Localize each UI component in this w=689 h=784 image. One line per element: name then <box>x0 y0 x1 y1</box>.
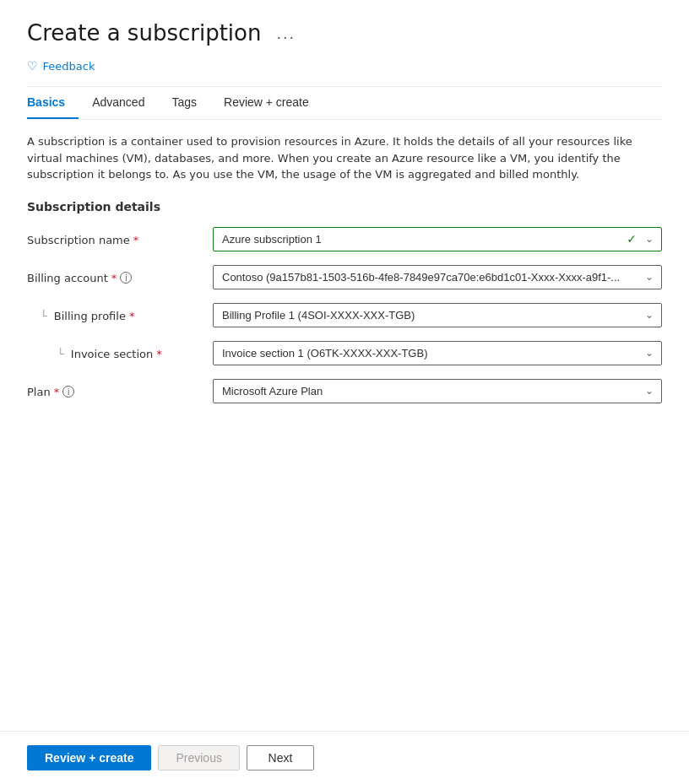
required-star: * <box>156 348 162 360</box>
required-star: * <box>133 234 139 246</box>
section-heading: Subscription details <box>27 200 662 214</box>
subscription-form: Subscription name * Azure subscription 1… <box>27 227 662 403</box>
tab-tags[interactable]: Tags <box>158 87 210 119</box>
billing-account-info-icon[interactable]: i <box>120 272 132 284</box>
ellipsis-button[interactable]: ... <box>271 22 301 45</box>
review-create-button[interactable]: Review + create <box>27 745 151 770</box>
billing-account-label: Billing account * i <box>27 270 213 284</box>
plan-info-icon[interactable]: i <box>62 386 74 397</box>
billing-account-dropdown[interactable]: Contoso (9a157b81-1503-516b-4fe8-7849e97… <box>213 265 662 289</box>
plan-control: Microsoft Azure Plan ⌄ <box>213 379 662 403</box>
plan-dropdown[interactable]: Microsoft Azure Plan <box>213 379 662 403</box>
tabs-nav: Basics Advanced Tags Review + create <box>27 87 662 120</box>
indent-connector: └ <box>57 345 64 362</box>
subscription-name-control: Azure subscription 1 ✓ ⌄ <box>213 227 662 251</box>
tab-basics[interactable]: Basics <box>27 87 79 119</box>
invoice-section-label: └ Invoice section * <box>27 343 213 362</box>
subscription-name-dropdown[interactable]: Azure subscription 1 <box>213 227 662 251</box>
plan-label: Plan * i <box>27 384 213 398</box>
page-title: Create a subscription <box>27 20 261 46</box>
required-star: * <box>54 386 60 398</box>
required-star: * <box>111 272 117 284</box>
tab-review-create[interactable]: Review + create <box>210 87 323 119</box>
billing-profile-control: Billing Profile 1 (4SOI-XXXX-XXX-TGB) ⌄ <box>213 303 662 327</box>
billing-profile-dropdown[interactable]: Billing Profile 1 (4SOI-XXXX-XXX-TGB) <box>213 303 662 327</box>
next-button[interactable]: Next <box>247 745 314 770</box>
billing-profile-label: └ Billing profile * <box>27 305 213 324</box>
previous-button: Previous <box>158 745 239 770</box>
tab-advanced[interactable]: Advanced <box>79 87 158 119</box>
billing-account-control: Contoso (9a157b81-1503-516b-4fe8-7849e97… <box>213 265 662 289</box>
description-text: A subscription is a container used to pr… <box>27 133 662 183</box>
indent-connector: └ <box>41 307 47 324</box>
required-star: * <box>129 310 135 322</box>
subscription-name-label: Subscription name * <box>27 232 213 246</box>
footer: Review + create Previous Next <box>0 731 689 784</box>
invoice-section-dropdown[interactable]: Invoice section 1 (O6TK-XXXX-XXX-TGB) <box>213 341 662 365</box>
heart-icon: ♡ <box>27 59 38 73</box>
invoice-section-control: Invoice section 1 (O6TK-XXXX-XXX-TGB) ⌄ <box>213 341 662 365</box>
feedback-label: Feedback <box>43 60 95 73</box>
feedback-link[interactable]: ♡ Feedback <box>27 59 662 73</box>
